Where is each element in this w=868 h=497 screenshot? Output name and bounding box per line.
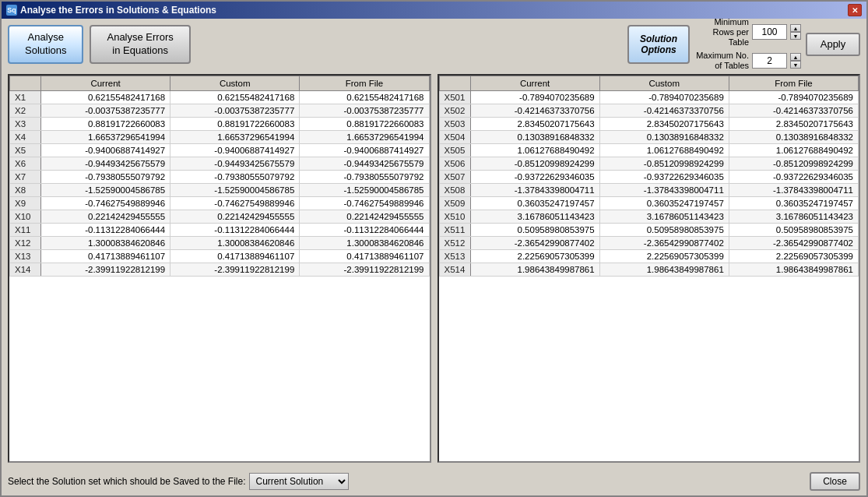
row-cell: 0.62155482417168 bbox=[41, 91, 170, 104]
row-cell: 1.30008384620846 bbox=[41, 237, 170, 250]
table-row: X5032.834502071756432.834502071756432.83… bbox=[439, 118, 859, 131]
table-row: X5040.130389168483320.130389168483320.13… bbox=[439, 131, 859, 144]
row-label: X4 bbox=[10, 131, 41, 144]
row-cell: 0.50958980853975 bbox=[470, 224, 599, 237]
row-cell: -0.93722629346035 bbox=[599, 171, 729, 184]
table-row: X6-0.94493425675579-0.94493425675579-0.9… bbox=[10, 157, 430, 171]
row-cell: 1.98643849987861 bbox=[729, 263, 858, 277]
row-cell: 0.88191722660083 bbox=[41, 118, 170, 131]
row-cell: -0.42146373370756 bbox=[470, 104, 599, 118]
row-cell: 0.41713889461107 bbox=[170, 250, 300, 263]
row-cell: 0.50958980853975 bbox=[729, 224, 858, 237]
table-row: X41.665372965419941.665372965419941.6653… bbox=[10, 131, 430, 144]
min-rows-down[interactable]: ▼ bbox=[790, 32, 801, 40]
row-cell: 0.13038916848332 bbox=[599, 131, 729, 144]
row-cell: -2.39911922812199 bbox=[300, 263, 429, 277]
row-label: X503 bbox=[439, 118, 470, 131]
max-tables-down[interactable]: ▼ bbox=[790, 61, 801, 69]
min-rows-item: Minimum Rows per Table ▲ ▼ bbox=[694, 17, 801, 48]
row-cell: 0.13038916848332 bbox=[470, 131, 599, 144]
row-cell: 0.22142429455555 bbox=[41, 210, 170, 224]
row-cell: -2.36542990877402 bbox=[470, 237, 599, 250]
table-row: X501-0.7894070235689-0.7894070235689-0.7… bbox=[439, 91, 859, 104]
apply-button[interactable]: Apply bbox=[806, 33, 860, 56]
footer-label: Select the Solution set which should be … bbox=[8, 476, 246, 487]
main-window: Sq Analyse the Errors in Solutions & Equ… bbox=[0, 0, 868, 497]
tab-analyse-solutions[interactable]: Analyse Solutions bbox=[8, 25, 83, 64]
row-cell: 0.22142429455555 bbox=[300, 210, 429, 224]
row-cell: 0.41713889461107 bbox=[300, 250, 429, 263]
row-cell: 0.22142429455555 bbox=[170, 210, 300, 224]
left-col-current: Current bbox=[41, 76, 170, 91]
max-tables-label: Maximum No. of Tables bbox=[694, 51, 749, 71]
row-cell: 1.98643849987861 bbox=[470, 263, 599, 277]
row-cell: -2.36542990877402 bbox=[599, 237, 729, 250]
left-table-header-row: Current Custom From File bbox=[10, 76, 430, 91]
row-cell: 0.36035247197457 bbox=[599, 197, 729, 210]
content-area: Current Custom From File X10.62155482417… bbox=[2, 69, 866, 467]
row-cell: 0.36035247197457 bbox=[729, 197, 858, 210]
max-tables-input[interactable] bbox=[752, 53, 787, 69]
right-table-header-row: Current Custom From File bbox=[439, 76, 859, 91]
left-table-scroll[interactable]: Current Custom From File X10.62155482417… bbox=[9, 76, 430, 461]
row-label: X502 bbox=[439, 104, 470, 118]
row-cell: -0.7894070235689 bbox=[729, 91, 858, 104]
row-label: X509 bbox=[439, 197, 470, 210]
window-title: Analyse the Errors in Solutions & Equati… bbox=[20, 5, 216, 16]
row-cell: -0.94006887414927 bbox=[300, 144, 429, 157]
row-cell: -0.74627549889946 bbox=[41, 197, 170, 210]
right-table-body: X501-0.7894070235689-0.7894070235689-0.7… bbox=[439, 91, 859, 277]
solution-options-label: Solution Options bbox=[627, 25, 690, 64]
row-cell: -0.79380555079792 bbox=[41, 171, 170, 184]
close-button[interactable]: Close bbox=[810, 472, 860, 491]
row-cell: -0.94493425675579 bbox=[170, 157, 300, 171]
row-cell: 0.36035247197457 bbox=[470, 197, 599, 210]
row-label: X504 bbox=[439, 131, 470, 144]
row-cell: 0.50958980853975 bbox=[599, 224, 729, 237]
row-cell: -0.11312284066444 bbox=[41, 224, 170, 237]
min-rows-label: Minimum Rows per Table bbox=[694, 17, 749, 48]
row-cell: -0.79380555079792 bbox=[170, 171, 300, 184]
row-cell: -0.11312284066444 bbox=[170, 224, 300, 237]
row-label: X506 bbox=[439, 157, 470, 171]
left-table-body: X10.621554824171680.621554824171680.6215… bbox=[10, 91, 430, 277]
table-row: X507-0.93722629346035-0.93722629346035-0… bbox=[439, 171, 859, 184]
solution-select[interactable]: Current Solution Custom Solution From Fi… bbox=[249, 473, 349, 490]
row-cell: -0.74627549889946 bbox=[170, 197, 300, 210]
min-rows-up[interactable]: ▲ bbox=[790, 24, 801, 32]
row-cell: 1.06127688490492 bbox=[599, 144, 729, 157]
tab-analyse-errors[interactable]: Analyse Errors in Equations bbox=[90, 25, 190, 64]
row-label: X10 bbox=[10, 210, 41, 224]
table-row: X502-0.42146373370756-0.42146373370756-0… bbox=[439, 104, 859, 118]
right-col-custom: Custom bbox=[599, 76, 729, 91]
row-cell: 0.41713889461107 bbox=[41, 250, 170, 263]
row-cell: -0.74627549889946 bbox=[300, 197, 429, 210]
row-cell: 0.13038916848332 bbox=[729, 131, 858, 144]
window-close-button[interactable]: ✕ bbox=[848, 4, 862, 16]
row-cell: -1.52590004586785 bbox=[170, 184, 300, 197]
row-cell: -0.42146373370756 bbox=[729, 104, 858, 118]
row-cell: 1.98643849987861 bbox=[599, 263, 729, 277]
row-cell: 0.62155482417168 bbox=[170, 91, 300, 104]
row-cell: -0.00375387235777 bbox=[41, 104, 170, 118]
table-row: X5090.360352471974570.360352471974570.36… bbox=[439, 197, 859, 210]
table-row: X5110.509589808539750.509589808539750.50… bbox=[439, 224, 859, 237]
right-col-fromfile: From File bbox=[729, 76, 858, 91]
right-table-scroll[interactable]: Current Custom From File X501-0.78940702… bbox=[439, 76, 859, 461]
row-cell: -1.37843398004711 bbox=[729, 184, 858, 197]
row-label: X13 bbox=[10, 250, 41, 263]
app-icon: Sq bbox=[6, 5, 17, 16]
row-cell: -0.94493425675579 bbox=[41, 157, 170, 171]
right-table-container: Current Custom From File X501-0.78940702… bbox=[438, 74, 861, 463]
row-label: X508 bbox=[439, 184, 470, 197]
row-label: X510 bbox=[439, 210, 470, 224]
row-cell: 2.22569057305399 bbox=[729, 250, 858, 263]
row-cell: -2.36542990877402 bbox=[729, 237, 858, 250]
left-col-custom: Custom bbox=[170, 76, 300, 91]
max-tables-up[interactable]: ▲ bbox=[790, 53, 801, 61]
row-cell: -0.79380555079792 bbox=[300, 171, 429, 184]
row-cell: -0.94006887414927 bbox=[170, 144, 300, 157]
row-cell: 0.88191722660083 bbox=[170, 118, 300, 131]
min-rows-input[interactable] bbox=[752, 24, 787, 40]
row-cell: -2.39911922812199 bbox=[41, 263, 170, 277]
